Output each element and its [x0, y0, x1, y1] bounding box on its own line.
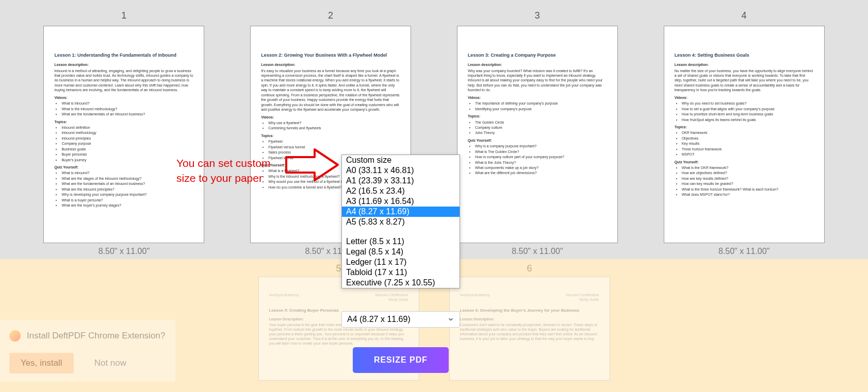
dropdown-option[interactable]: Letter (8.5 x 11) — [342, 236, 460, 247]
bullet-item: Key results — [682, 141, 814, 146]
section-label: Videos: — [54, 95, 193, 100]
dropdown-option[interactable]: A4 (8.27 x 11.69) — [342, 207, 460, 217]
bullet-item: Buyer personas — [61, 152, 193, 157]
dropdown-option[interactable]: A3 (11.69 x 16.54) — [342, 196, 460, 207]
bullet-item: What are the inbound principles? — [61, 187, 193, 192]
page-col: 6HubSpot AcademyInbound Certification St… — [450, 263, 610, 380]
section-label: Lesson description: — [54, 62, 193, 67]
section-label: Topics: — [468, 114, 607, 118]
page-number: 4 — [742, 10, 747, 21]
bullet-item: What are the fundamentals of an inbound … — [61, 181, 193, 186]
page-thumbnail[interactable]: HubSpot AcademyInbound Certification Stu… — [450, 277, 610, 380]
bullet-list: What is inbound?What is the inbound meth… — [54, 101, 193, 116]
extension-no-button[interactable]: Not now — [94, 358, 126, 368]
bullet-item: What are the different job dimensions? — [475, 171, 607, 175]
bullet-item: The importance of defining your company'… — [475, 101, 607, 106]
page-col: 3Lesson 3: Creating a Company PurposeLes… — [457, 10, 617, 256]
page-number: 6 — [527, 263, 532, 274]
paper-size-select[interactable]: A4 (8.27 x 11.69) — [341, 311, 460, 328]
bullet-item: Company purpose — [61, 141, 193, 146]
bullet-item: Flywheel — [268, 139, 400, 144]
bullet-item: Inbound principles — [61, 136, 193, 141]
bullet-item: How to prioritize short-term and long-te… — [682, 112, 814, 116]
page-thumbnail[interactable]: Lesson 1: Understanding the Fundamentals… — [44, 26, 204, 243]
bullet-list: Why do you need to set business goals?Ho… — [675, 101, 814, 122]
bullet-item: Company culture — [475, 125, 607, 130]
dropdown-option[interactable]: Tabloid (17 x 11) — [342, 267, 460, 278]
section-label: Topics: — [261, 133, 400, 138]
bullet-item: What is inbound? — [61, 101, 193, 106]
resize-pdf-button[interactable]: RESIZE PDF — [353, 347, 449, 373]
lesson-title: Lesson 2: Growing Your Business With a F… — [261, 52, 400, 58]
lesson-description: It's easy to visualize your business as … — [261, 69, 400, 112]
section-label: Videos: — [261, 115, 400, 120]
bullet-item: Jobs Theory — [475, 130, 607, 135]
bullet-item: What does MSPOT stand for? — [682, 192, 814, 197]
bullet-item: Why is developing your company purpose i… — [61, 192, 193, 197]
dropdown-option[interactable]: Ledger (11 x 17) — [342, 257, 460, 267]
page-dimensions: 8.50" x 11.00" — [512, 247, 563, 256]
section-label: Lesson description: — [261, 62, 400, 67]
dropdown-option[interactable]: A2 (16.5 x 23.4) — [342, 186, 460, 196]
paper-size-dropdown[interactable]: Custom sizeA0 (33.11 x 46.81)A1 (23.39 x… — [341, 155, 460, 288]
page-number: 3 — [535, 10, 540, 21]
bullet-item: Combining funnels and flywheels — [268, 126, 400, 130]
bullet-list: What is inbound?What are the stages of t… — [54, 171, 193, 208]
lesson-description: Inbound is a method of attracting, engag… — [54, 69, 193, 93]
page-thumbnail[interactable]: Lesson 3: Creating a Company PurposeLess… — [457, 26, 617, 243]
bullet-item: What is inbound? — [61, 171, 193, 175]
page-dimensions: 8.50" x 11.00" — [718, 247, 769, 256]
bullet-item: What is the inbound methodology? — [61, 107, 193, 111]
bullet-item: Why use a flywheel? — [268, 121, 400, 125]
bullet-item: What is the OKR framework? — [682, 165, 814, 170]
bullet-item: Flywheel versus funnel — [268, 145, 400, 149]
bullet-item: Three horizon framework — [682, 147, 814, 151]
page-number: 1 — [121, 10, 126, 21]
section-label: Quiz Yourself: — [675, 160, 814, 164]
dropdown-option[interactable]: Executive (7.25 x 10.55) — [342, 278, 460, 288]
lesson-description: Why was your company founded? What missi… — [468, 69, 607, 93]
page-number: 5 — [336, 263, 341, 274]
dropdown-option[interactable]: Custom size — [342, 155, 460, 165]
extension-prompt-text: Install DeftPDF Chrome Extension? — [27, 331, 165, 341]
page-thumbnail[interactable]: Lesson 4: Setting Business GoalsLesson d… — [664, 26, 824, 243]
bullet-list: The Golden CircleCompany cultureJobs The… — [468, 120, 607, 135]
header-right: Inbound Certification Study Guide — [375, 293, 408, 302]
header-left: HubSpot Academy — [269, 293, 299, 302]
bullet-item: Inbound methodology — [61, 130, 193, 135]
bullet-item: What are the buyer's journey stages? — [61, 203, 193, 208]
lesson-title: Lesson 4: Setting Business Goals — [675, 52, 814, 58]
dropdown-option[interactable]: A5 (5.83 x 8.27) — [342, 217, 460, 227]
bullet-list: Why use a flywheel?Combining funnels and… — [261, 121, 400, 131]
bullet-item: How is company culture part of your comp… — [475, 155, 607, 159]
section-label: Quiz Yourself: — [54, 165, 193, 169]
deftpdf-logo-icon — [9, 330, 21, 342]
bullet-item: What are the fundamentals of an inbound … — [61, 112, 193, 116]
section-label: Videos: — [468, 95, 607, 100]
bullet-item: What is the three horizon framework? Wha… — [682, 187, 814, 192]
dropdown-option[interactable]: A1 (23.39 x 33.11) — [342, 176, 460, 186]
dropdown-option[interactable]: A0 (33.11 x 46.81) — [342, 165, 460, 176]
page-number: 2 — [328, 10, 333, 21]
bullet-item: How HubSpot aligns its teams behind its … — [682, 117, 814, 122]
bullet-item: How are objectives defined? — [682, 171, 814, 175]
section-label: Lesson description: — [675, 62, 814, 67]
page-col: 4Lesson 4: Setting Business GoalsLesson … — [664, 10, 824, 256]
bullet-list: Why is a company purpose important?What … — [468, 144, 607, 176]
extension-yes-button[interactable]: Yes, install — [9, 353, 74, 373]
lesson-title: Lesson 3: Creating a Company Purpose — [468, 52, 607, 58]
page-dimensions: 8.50" x 11.00" — [99, 247, 150, 256]
page-col: 1Lesson 1: Understanding the Fundamental… — [44, 10, 204, 256]
bullet-item: Objectives — [682, 136, 814, 141]
section-label: Lesson Description: — [460, 317, 599, 321]
bullet-item: Inbound definition — [61, 125, 193, 130]
extension-install-prompt: Install DeftPDF Chrome Extension? Yes, i… — [0, 320, 175, 382]
section-label: Quiz Yourself: — [468, 138, 607, 143]
bullet-item: Business goals — [61, 147, 193, 151]
header-right: Inbound Certification Study Guide — [566, 293, 599, 302]
bullet-item: What are the stages of the inbound metho… — [61, 176, 193, 181]
header-left: HubSpot Academy — [460, 293, 490, 302]
bullet-item: What is the Jobs Theory? — [475, 160, 607, 165]
dropdown-option[interactable]: Legal (8.5 x 14) — [342, 247, 460, 257]
lesson-description: No matter the size of your business, you… — [675, 69, 814, 93]
